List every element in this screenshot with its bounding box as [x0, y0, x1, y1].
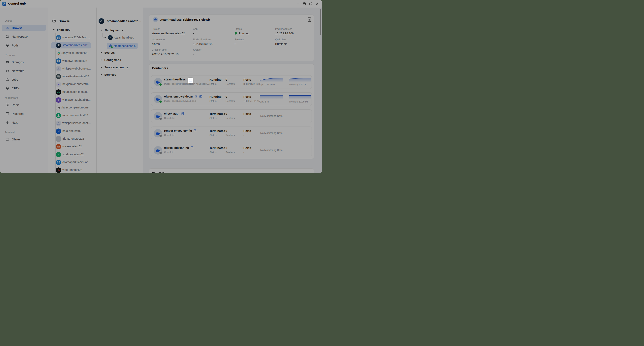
app-item[interactable]: Hhalo-onetest02	[48, 128, 96, 134]
restarts-label: Restarts	[226, 151, 235, 154]
app-item[interactable]: merchant-onetest02	[48, 113, 96, 118]
container-ports: -	[244, 134, 244, 137]
ytdlp-app-icon: >_dlp	[56, 167, 61, 173]
app-item[interactable]: larescompanion-one…	[48, 105, 96, 110]
vertical-scrollbar[interactable]	[320, 9, 321, 35]
minimize-button[interactable]	[296, 2, 300, 5]
container-status: Running	[210, 95, 222, 98]
chevron-down-icon	[104, 37, 106, 38]
sidebar-item-jobs[interactable]: Jobs	[2, 76, 46, 82]
field-label: Pod IP address	[275, 28, 292, 30]
steam-app-icon	[56, 43, 61, 48]
sidebar-item-storages[interactable]: Storages	[2, 59, 46, 65]
tree-node-deployments[interactable]: Deployments	[101, 28, 123, 32]
app-item[interactable]: ✎studio-onetest02	[48, 152, 96, 157]
restarts-label: Restarts	[226, 100, 235, 102]
container-logs-icon[interactable]	[194, 129, 197, 132]
app-item[interactable]: wise-onetest02	[48, 144, 96, 149]
app-item[interactable]: >_dlpytdlp-onetest02	[48, 167, 96, 173]
sidebar-item-label: Jobs	[12, 78, 18, 81]
docker-icon	[154, 112, 162, 120]
sidebar-item-redis[interactable]: Redis	[2, 102, 46, 108]
section-label-terminal: Terminal	[5, 131, 14, 134]
monitor-icon[interactable]	[308, 17, 311, 22]
sidebar-item-browse[interactable]: Browse	[2, 25, 46, 31]
field-label: Restarts	[235, 38, 244, 41]
field-value: olares	[152, 42, 160, 45]
sidebar-item-label: Postgres	[12, 112, 24, 115]
app-item[interactable]: windows-onetest02	[48, 58, 96, 64]
container-status: Terminated	[210, 112, 225, 115]
browse-panel: Browse onetest02 windows220da4-on… steam…	[48, 7, 96, 173]
container-logs-icon[interactable]	[194, 95, 198, 98]
container-status: Terminated	[210, 146, 225, 150]
field-value: 10.233.98.108	[275, 32, 294, 35]
docker-icon	[154, 129, 162, 137]
app-item[interactable]: ✦vllmqwen330ba3bin…	[48, 97, 96, 103]
sidebar-item-label: Pods	[12, 44, 18, 47]
status-label: Status	[210, 151, 216, 154]
app-item[interactable]: ▶heygemv2-onetest02	[48, 82, 96, 87]
tree-node-deployment-steamheadless[interactable]: steamheadless	[104, 35, 134, 40]
app-item[interactable]: ✳Whisperwhisperservice-onet…	[48, 121, 96, 126]
volumes-heading: Volumes	[152, 171, 164, 173]
cpu-sparkline	[260, 94, 283, 99]
sidebar-item-networks[interactable]: Networks	[2, 68, 46, 74]
sidebar-item-olares-terminal[interactable]: Olares	[2, 136, 46, 142]
app-item[interactable]: onlyoffice-onetest02	[48, 50, 96, 56]
restarts-label: Restarts	[226, 83, 235, 85]
sidebar-item-label: Browse	[12, 26, 22, 29]
app-item[interactable]: ollamaphi414bv2-on…	[48, 160, 96, 165]
open-external-button[interactable]	[309, 2, 312, 5]
container-ports: -	[244, 151, 244, 154]
browse-panel-header: Browse	[52, 18, 70, 24]
field-label: App	[193, 28, 198, 30]
chevron-right-icon	[101, 66, 102, 68]
container-logs-icon[interactable]	[181, 112, 184, 115]
app-item-selected[interactable]: steamheadless-onet…	[48, 43, 96, 48]
container-name: olares-sidecar-init	[164, 146, 189, 149]
app-item[interactable]: hoppscotch-onetest…	[48, 89, 96, 95]
ports-label: Ports	[244, 146, 251, 150]
frigate-app-icon	[56, 136, 61, 142]
tree-node-pod-selected[interactable]: steamheadless-5…	[108, 43, 138, 48]
sidebar-item-crds[interactable]: CRDs	[2, 85, 46, 91]
container-terminal-button[interactable]	[188, 78, 193, 83]
namespace-icon	[6, 35, 9, 38]
sidebar-item-label: Olares	[12, 138, 20, 141]
sidebar-item-namespace[interactable]: Namespace	[2, 33, 46, 39]
sidebar-item-nats[interactable]: Nats	[2, 119, 46, 125]
container-restarts: 0	[226, 78, 227, 81]
merchant-app-icon	[56, 113, 61, 118]
field-value: -	[193, 32, 194, 35]
heygem-app-icon: ▶	[56, 82, 61, 87]
container-terminal-icon[interactable]	[199, 95, 202, 98]
windows-app-icon	[56, 35, 61, 40]
sidebar: Olares Browse Namespace Pods Resource St…	[0, 7, 48, 173]
status-label: Status	[210, 134, 216, 137]
chevron-down-icon	[53, 29, 55, 30]
sidebar-item-pods[interactable]: Pods	[2, 42, 46, 48]
tree-node-secrets[interactable]: Secrets	[101, 50, 115, 55]
container-name: render-envoy-config	[164, 129, 192, 132]
memory-sparkline	[289, 77, 311, 82]
ports-label: Ports	[244, 112, 251, 115]
tree-node-services[interactable]: Services	[101, 72, 116, 77]
container-logs-icon[interactable]	[190, 146, 194, 149]
tree-node-configmaps[interactable]: Configmaps	[101, 58, 121, 62]
app-item[interactable]: frigate-onetest02	[48, 136, 96, 142]
field-value: 0	[235, 42, 236, 45]
namespace-tree-node[interactable]: onetest02	[53, 27, 70, 32]
app-item[interactable]: windows220da4-on…	[48, 35, 96, 40]
close-button[interactable]	[316, 2, 319, 5]
terminated-dot	[159, 117, 162, 120]
maximize-button[interactable]	[303, 2, 306, 5]
app-item[interactable]: IndexTTSindexttsv2-onetest02	[48, 74, 96, 79]
app-item[interactable]: ✳Whisperwhisperwebui-onete…	[48, 66, 96, 71]
running-dot	[159, 83, 162, 86]
container-row: olares-envoy-sidecar Image: beclab/envoy…	[151, 92, 312, 106]
container-restarts: 0	[226, 95, 227, 98]
section-label-resource: Resource	[5, 54, 16, 57]
sidebar-item-postgres[interactable]: Postgres	[2, 111, 46, 117]
tree-node-service-accounts[interactable]: Service accounts	[101, 65, 128, 70]
